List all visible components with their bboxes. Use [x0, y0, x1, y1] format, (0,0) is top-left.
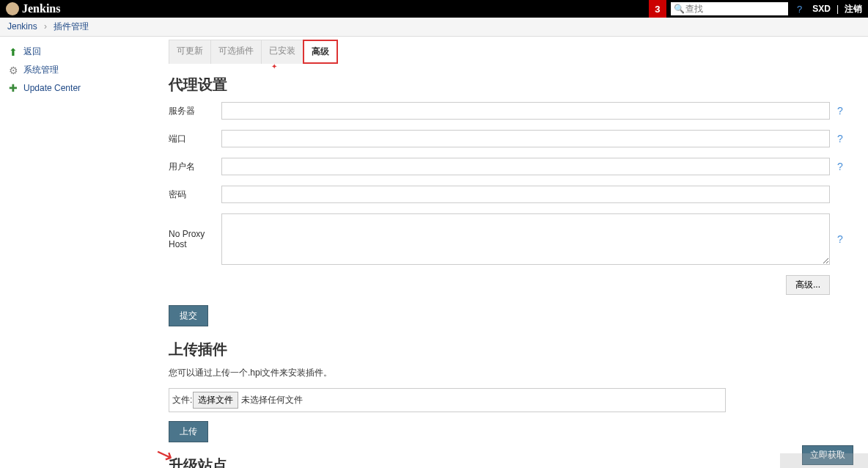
logo-text: Jenkins — [22, 2, 60, 15]
port-input[interactable] — [221, 130, 830, 147]
update-site-title: 升级站点 — [169, 456, 861, 468]
sidebar-label: 返回 — [23, 45, 41, 58]
upload-button[interactable]: 上传 — [169, 421, 208, 442]
gear-icon: ⚙ — [7, 65, 19, 76]
server-input[interactable] — [221, 102, 830, 120]
jenkins-logo-icon — [6, 2, 19, 15]
search-icon: 🔍 — [674, 4, 685, 14]
sidebar-label: 系统管理 — [23, 64, 59, 76]
top-bar: Jenkins 3 🔍 ? SXD | 注销 — [0, 0, 868, 18]
password-input[interactable] — [221, 186, 830, 203]
help-icon[interactable]: ? — [837, 233, 843, 245]
port-label: 端口 — [169, 133, 221, 145]
sidebar-item-system-manage[interactable]: ⚙ 系统管理 — [0, 61, 169, 79]
tab-advanced[interactable]: 高级 — [303, 40, 338, 64]
breadcrumb-plugin-manage[interactable]: 插件管理 — [54, 21, 89, 32]
help-icon[interactable]: ? — [837, 133, 843, 145]
password-label: 密码 — [169, 189, 221, 201]
tabs: 可更新 可选插件 已安装 高级 — [169, 40, 861, 64]
server-label: 服务器 — [169, 105, 221, 117]
sidebar-item-update-center[interactable]: ✚ Update Center — [0, 79, 169, 97]
file-label: 文件: — [172, 394, 193, 406]
logout-link[interactable]: 注销 — [845, 3, 862, 15]
separator: | — [836, 4, 839, 14]
file-status-text: 未选择任何文件 — [241, 394, 303, 406]
logo-area[interactable]: Jenkins — [0, 2, 60, 15]
sidebar: ⬆ 返回 ⚙ 系统管理 ✚ Update Center — [0, 37, 169, 468]
red-pointer-icon: ✦ — [271, 62, 861, 70]
proxy-settings-title: 代理设置 — [169, 75, 861, 95]
tab-installed[interactable]: 已安装 — [261, 40, 304, 64]
advanced-button[interactable]: 高级... — [786, 275, 830, 295]
file-chooser-row: 文件: 选择文件 未选择任何文件 — [169, 388, 726, 412]
user-link[interactable]: SXD — [812, 4, 831, 14]
arrow-up-icon: ⬆ — [7, 46, 19, 58]
puzzle-icon: ✚ — [7, 82, 19, 94]
breadcrumb-separator: › — [44, 21, 47, 32]
username-input[interactable] — [221, 158, 830, 175]
main-content: 可更新 可选插件 已安装 高级 ✦ 代理设置 服务器 ? 端口 ? 用户名 ? … — [169, 37, 868, 468]
submit-proxy-button[interactable]: 提交 — [169, 305, 208, 326]
notification-badge[interactable]: 3 — [649, 0, 666, 18]
breadcrumb-jenkins[interactable]: Jenkins — [7, 21, 37, 32]
sidebar-item-back[interactable]: ⬆ 返回 — [0, 43, 169, 61]
breadcrumb: Jenkins › 插件管理 — [0, 18, 868, 37]
tab-updatable[interactable]: 可更新 — [169, 40, 211, 64]
help-icon[interactable]: ? — [837, 161, 843, 172]
username-label: 用户名 — [169, 161, 221, 173]
sidebar-label: Update Center — [23, 83, 81, 93]
noproxy-label: No Proxy Host — [169, 229, 221, 249]
search-box: 🔍 — [671, 2, 788, 15]
help-icon[interactable]: ? — [797, 4, 802, 15]
help-icon[interactable]: ? — [837, 105, 843, 117]
search-input[interactable] — [671, 2, 788, 15]
noproxy-textarea[interactable] — [221, 213, 830, 265]
upload-plugin-title: 上传插件 — [169, 340, 861, 359]
upload-description: 您可以通过上传一个.hpi文件来安装插件。 — [169, 367, 861, 379]
choose-file-button[interactable]: 选择文件 — [193, 392, 238, 409]
fetch-now-button[interactable]: 立即获取 — [802, 445, 853, 465]
tab-available[interactable]: 可选插件 — [210, 40, 262, 64]
